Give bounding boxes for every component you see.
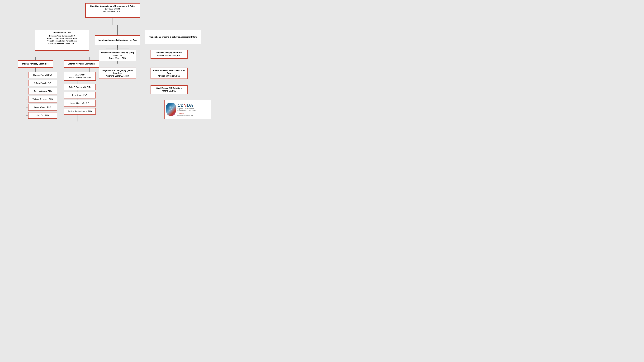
meg-sub: Valentina Gumenyuk, PhD bbox=[101, 75, 134, 77]
intravital-sub: Heather Jensen Smith, PhD bbox=[152, 54, 186, 57]
admin-title: Administrative Core bbox=[36, 31, 88, 34]
translational-box: Translational Imaging & Behavior Assessm… bbox=[145, 30, 201, 44]
animal-box: Animal Behavior Assessment Sub-Core Myst… bbox=[150, 67, 188, 79]
eac-member-1: Tallie Z. Baram, MD, PhD bbox=[64, 84, 96, 90]
eac-chair-box: EAC Chair William Mobley, MD, PhD bbox=[64, 72, 96, 81]
logo-text: CoNDA Cognitive Neuroscience ofDevelopme… bbox=[178, 103, 196, 116]
eac-chair-name: William Mobley, MD, PhD bbox=[66, 76, 94, 79]
mri-box: Magnetic Resonance Imaging (MRI) Sub-Cor… bbox=[99, 50, 136, 61]
admin-financial: Financial Specialist: Johna Belling bbox=[36, 42, 88, 44]
admin-director: Director: Anna Dunaevsky, PhD bbox=[36, 35, 88, 37]
mri-sub: David Warren, PhD bbox=[101, 57, 134, 60]
smallmri-sub: Yutong Liu, PhD bbox=[152, 90, 186, 92]
iac-member-4: Wallace Thoreson, PhD bbox=[28, 96, 57, 102]
logo-subtitle: Cognitive Neuroscience ofDevelopment & A… bbox=[178, 108, 196, 112]
intravital-title: Intravital Imaging Sub-Core bbox=[152, 51, 186, 54]
logo-conda-text: CoNDA bbox=[178, 103, 196, 108]
meg-box: Magnetoencephalography (MEG) Sub-Core Va… bbox=[99, 67, 136, 79]
intravital-box: Intravital Imaging Sub-Core Heather Jens… bbox=[150, 50, 188, 59]
admin-administrator: Project Administrator: Kendall Panas bbox=[36, 40, 88, 42]
eac-box: External Advisory Committee bbox=[64, 60, 99, 67]
eac-chair-title: EAC Chair bbox=[66, 73, 94, 76]
admin-box: Administrative Core Director: Anna Dunae… bbox=[34, 30, 89, 51]
iac-member-6: Jian Zuo, PhD bbox=[28, 112, 57, 119]
root-sub: Anna Dunaevsky, PhD bbox=[87, 10, 138, 13]
translational-title: Translational Imaging & Behavior Assessm… bbox=[150, 36, 197, 38]
meg-title: Magnetoencephalography (MEG) Sub-Core bbox=[101, 69, 134, 75]
logo-unmc-text: ♦ UNMC bbox=[178, 112, 196, 115]
neuro-box: Neuroimaging Acquisition & Analysis Core bbox=[95, 35, 140, 45]
eac-member-2: Rick Bevins, PhD bbox=[64, 92, 96, 98]
neuro-title: Neuroimaging Acquisition & Analysis Core bbox=[98, 39, 137, 42]
smallmri-title: Small Animal MRI Sub-Core bbox=[152, 87, 186, 90]
animal-sub: Mystera Samuelson, PhD bbox=[152, 75, 186, 77]
eac-member-4: Patricia Reuter-Lorenz, PhD bbox=[64, 108, 96, 115]
iac-member-5: David Warren, PhD bbox=[28, 104, 57, 110]
iac-title: Internal Advisory Committee bbox=[22, 63, 48, 65]
animal-title: Animal Behavior Assessment Sub-Core bbox=[152, 69, 186, 75]
eac-member-3: Howard Fox, MD, PhD bbox=[64, 100, 96, 106]
root-title: Cognitive Neuroscience of Development & … bbox=[87, 5, 138, 10]
iac-member-1: Howard Fox, MD PhD bbox=[28, 72, 57, 78]
iac-member-3: Ryan McCreery, PhD bbox=[28, 88, 57, 94]
iac-box: Internal Advisory Committee bbox=[18, 60, 53, 67]
logo-box: CoNDA Cognitive Neuroscience ofDevelopme… bbox=[164, 100, 211, 119]
eac-title: External Advisory Committee bbox=[68, 63, 95, 65]
root-box: Cognitive Neuroscience of Development & … bbox=[85, 3, 140, 18]
logo-breakthrough-text: BREAKTHROUGHS FOR LIFE bbox=[178, 115, 196, 116]
logo-brain-graphic bbox=[166, 103, 176, 116]
org-chart: Cognitive Neuroscience of Development & … bbox=[0, 0, 226, 127]
admin-coordinator: Project Coordinator: Raj Dave, PhD bbox=[36, 37, 88, 39]
iac-member-2: Jeffrey French, PhD bbox=[28, 80, 57, 86]
mri-title: Magnetic Resonance Imaging (MRI) Sub-Cor… bbox=[101, 51, 134, 57]
smallmri-box: Small Animal MRI Sub-Core Yutong Liu, Ph… bbox=[150, 85, 188, 94]
